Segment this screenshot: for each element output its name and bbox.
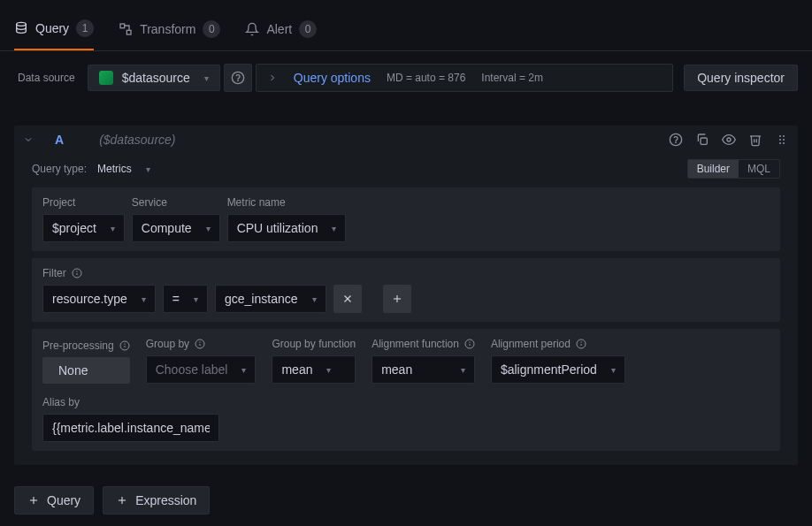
tab-query-count: 1 (76, 19, 94, 37)
alignment-period-value: $alignmentPeriod (501, 362, 597, 377)
filter-section: Filter resource.type ▾ = ▾ gce_instance … (32, 258, 780, 322)
svg-point-30 (470, 342, 471, 343)
query-type-select[interactable]: Metrics ▾ (97, 163, 150, 175)
tab-alert[interactable]: Alert 0 (245, 7, 317, 50)
filter-value-select[interactable]: gce_instance ▾ (215, 285, 326, 313)
metric-name-label: Metric name (227, 196, 347, 209)
copy-icon[interactable] (695, 133, 709, 147)
groupby-fn-label: Group by function (272, 338, 356, 350)
project-label: Project (42, 196, 125, 209)
project-select[interactable]: $project ▾ (42, 214, 125, 242)
info-icon (119, 340, 130, 351)
add-expression-button[interactable]: Expression (103, 486, 210, 515)
info-icon (72, 268, 82, 278)
tab-transform-count: 0 (203, 20, 220, 38)
svg-point-13 (779, 142, 781, 144)
alignment-period-label-text: Alignment period (491, 338, 571, 350)
interval-text: Interval = 2m (481, 72, 543, 84)
groupby-fn-select[interactable]: mean ▾ (272, 355, 356, 384)
groupby-select[interactable]: Choose label ▾ (146, 355, 257, 384)
toolbar: Data source $datasource ▾ Query options … (0, 51, 812, 104)
tab-transform[interactable]: Transform 0 (119, 7, 220, 50)
chevron-down-icon: ▾ (204, 73, 209, 83)
groupby-label: Group by (146, 338, 257, 350)
query-type-label: Query type: (32, 163, 87, 175)
svg-point-14 (783, 142, 785, 144)
alignment-period-label: Alignment period (491, 338, 625, 350)
svg-point-8 (727, 138, 731, 141)
transform-icon (119, 22, 133, 36)
chevron-down-icon: ▾ (142, 294, 146, 304)
bell-icon (245, 22, 259, 36)
alignment-fn-label: Alignment function (372, 338, 475, 350)
preprocessing-value: None (58, 363, 88, 377)
eye-icon[interactable] (722, 133, 736, 147)
tab-query[interactable]: Query 1 (14, 7, 94, 50)
query-inspector-button[interactable]: Query inspector (684, 65, 798, 91)
filter-key-select[interactable]: resource.type ▾ (42, 285, 156, 313)
mode-mql[interactable]: MQL (739, 160, 779, 178)
alias-input[interactable] (42, 414, 219, 442)
svg-point-5 (670, 133, 681, 145)
groupby-placeholder: Choose label (156, 362, 228, 377)
svg-point-24 (124, 344, 125, 345)
info-icon (576, 339, 586, 349)
query-type-row: Query type: Metrics ▾ Builder MQL (14, 154, 798, 187)
query-letter[interactable]: A (55, 133, 64, 147)
query-type-value: Metrics (97, 163, 132, 175)
datasource-help-button[interactable] (224, 64, 252, 92)
query-row: A ($datasource) Query type: Metrics ▾ Bu… (14, 126, 798, 465)
chevron-down-icon: ▾ (326, 365, 331, 375)
plus-icon (116, 494, 128, 507)
plus-icon (27, 494, 40, 507)
svg-point-6 (676, 142, 677, 143)
datasource-logo-icon (99, 71, 113, 85)
service-value: Compute (142, 221, 192, 235)
svg-point-11 (779, 139, 781, 141)
editor-mode-toggle: Builder MQL (687, 159, 780, 179)
alignment-fn-label-text: Alignment function (372, 338, 459, 350)
help-icon[interactable] (669, 133, 683, 147)
add-filter-button[interactable] (383, 285, 411, 313)
bottom-buttons: Query Expression (0, 465, 812, 526)
mode-builder[interactable]: Builder (688, 160, 739, 178)
filter-op-select[interactable]: = ▾ (163, 285, 208, 313)
project-value: $project (52, 221, 96, 235)
filter-label-text: Filter (42, 267, 66, 279)
editor-tabs: Query 1 Transform 0 Alert 0 (0, 7, 812, 51)
query-options-bar[interactable]: Query options MD = auto = 876 Interval =… (256, 64, 673, 92)
alignment-fn-select[interactable]: mean ▾ (372, 355, 475, 384)
svg-point-10 (783, 135, 785, 137)
service-select[interactable]: Compute ▾ (132, 214, 220, 242)
svg-rect-1 (120, 24, 125, 28)
datasource-picker[interactable]: $datasource ▾ (88, 65, 220, 91)
groupby-fn-value: mean (281, 362, 312, 377)
svg-rect-7 (701, 138, 707, 144)
svg-point-17 (76, 271, 77, 272)
alignment-period-select[interactable]: $alignmentPeriod ▾ (491, 355, 625, 384)
tab-transform-label: Transform (140, 22, 195, 36)
chevron-down-icon: ▾ (146, 164, 150, 174)
add-expression-label: Expression (135, 493, 196, 507)
add-query-label: Query (47, 493, 80, 507)
collapse-toggle[interactable] (23, 134, 34, 145)
query-options-label[interactable]: Query options (294, 71, 371, 85)
chevron-down-icon: ▾ (111, 224, 115, 233)
metric-name-value: CPU utilization (237, 221, 318, 235)
chevron-down-icon: ▾ (461, 365, 465, 375)
metric-name-select[interactable]: CPU utilization ▾ (227, 214, 347, 242)
trash-icon[interactable] (748, 133, 762, 147)
datasource-value: $datasource (122, 71, 190, 85)
query-inspector-label: Query inspector (697, 71, 785, 85)
add-query-button[interactable]: Query (14, 486, 94, 515)
drag-handle-icon[interactable] (775, 133, 789, 147)
alias-label: Alias by (42, 396, 770, 408)
svg-point-4 (237, 80, 238, 81)
filter-key-value: resource.type (52, 292, 127, 306)
preprocessing-none-button[interactable]: None (42, 357, 130, 384)
chevron-down-icon: ▾ (194, 294, 198, 304)
remove-filter-button[interactable] (333, 285, 362, 313)
chevron-right-icon (267, 72, 278, 83)
filter-value-value: gce_instance (225, 292, 298, 306)
query-ds-hint: ($datasource) (99, 133, 175, 147)
